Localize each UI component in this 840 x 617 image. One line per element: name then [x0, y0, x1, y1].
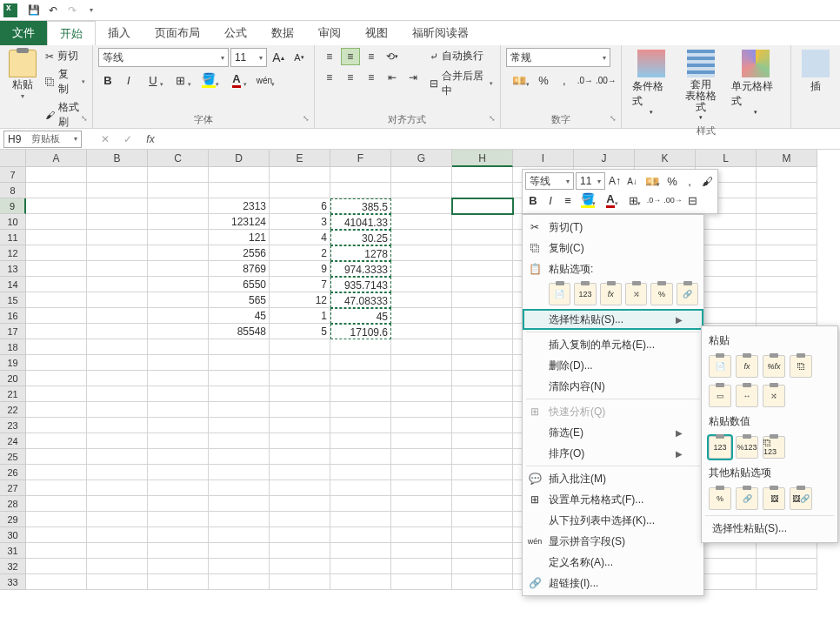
cell-B27[interactable]: [87, 480, 148, 496]
cell-M14[interactable]: [757, 277, 817, 292]
cell-A23[interactable]: [26, 418, 87, 433]
cell-H21[interactable]: [452, 386, 513, 402]
align-middle-button[interactable]: ≡: [341, 48, 360, 65]
cell-A8[interactable]: [26, 183, 87, 198]
cell-C28[interactable]: [148, 496, 209, 512]
cell-D7[interactable]: [209, 167, 270, 183]
cell-D10[interactable]: 123124: [209, 214, 270, 230]
cell-H18[interactable]: [452, 339, 513, 355]
cell-E24[interactable]: [270, 433, 330, 449]
sub-paste-transpose[interactable]: ⤭: [763, 385, 785, 407]
cell-B12[interactable]: [87, 245, 148, 261]
clipboard-dialog-launcher[interactable]: ⤡: [78, 114, 90, 126]
cell-G32[interactable]: [391, 559, 452, 574]
mini-merge[interactable]: ⊟: [683, 191, 701, 209]
cell-D33[interactable]: [209, 574, 270, 590]
paste-opt-all[interactable]: 📄: [549, 283, 570, 305]
fill-color-button[interactable]: 🪣: [196, 70, 222, 90]
align-right-button[interactable]: ≡: [362, 69, 381, 86]
cell-G7[interactable]: [391, 167, 452, 183]
cell-F14[interactable]: 935.7143: [330, 277, 391, 292]
cell-F31[interactable]: [330, 543, 391, 559]
cell-M7[interactable]: [757, 167, 817, 183]
cell-B14[interactable]: [87, 277, 148, 292]
conditional-format-button[interactable]: 条件格式▾: [627, 48, 677, 123]
cell-D8[interactable]: [209, 183, 270, 198]
column-header-K[interactable]: K: [635, 150, 696, 167]
sub-paste-linked-pic[interactable]: 🖼🔗: [790, 487, 812, 510]
cell-H25[interactable]: [452, 449, 513, 465]
mini-dec-decimal[interactable]: .00→: [664, 191, 682, 209]
cell-C17[interactable]: [148, 324, 209, 339]
cell-H24[interactable]: [452, 433, 513, 449]
cell-E20[interactable]: [270, 371, 330, 386]
cell-H33[interactable]: [452, 574, 513, 590]
sub-paste-no-border[interactable]: ▭: [709, 385, 731, 407]
cell-G9[interactable]: [391, 198, 452, 214]
cell-G11[interactable]: [391, 230, 452, 245]
cell-G29[interactable]: [391, 512, 452, 527]
cell-D12[interactable]: 2556: [209, 245, 270, 261]
cell-A29[interactable]: [26, 512, 87, 527]
font-size-combo[interactable]: 11▾: [230, 48, 267, 67]
cell-A16[interactable]: [26, 308, 87, 324]
mini-fill-color[interactable]: 🪣: [577, 191, 598, 209]
cell-F12[interactable]: 1278: [330, 245, 391, 261]
cell-D18[interactable]: [209, 339, 270, 355]
cell-A26[interactable]: [26, 465, 87, 480]
qat-undo-button[interactable]: [43, 1, 63, 20]
mini-comma[interactable]: ,: [682, 172, 697, 190]
ctx-filter[interactable]: 筛选(E)▶: [523, 422, 703, 443]
row-header-12[interactable]: 12: [0, 245, 26, 261]
select-all-corner[interactable]: [0, 150, 26, 167]
cell-M10[interactable]: [757, 214, 817, 230]
border-button[interactable]: ⊞: [168, 70, 194, 90]
sub-paste-keep-src[interactable]: ⿻: [790, 355, 812, 378]
phonetic-button[interactable]: wén: [251, 70, 277, 90]
italic-button[interactable]: I: [119, 70, 138, 90]
cell-E16[interactable]: 1: [270, 308, 330, 324]
underline-button[interactable]: U: [140, 70, 166, 90]
cell-B22[interactable]: [87, 402, 148, 418]
cell-A15[interactable]: [26, 292, 87, 308]
align-left-button[interactable]: ≡: [320, 69, 339, 86]
cell-G23[interactable]: [391, 418, 452, 433]
cell-B31[interactable]: [87, 543, 148, 559]
row-header-19[interactable]: 19: [0, 355, 26, 371]
cell-G31[interactable]: [391, 543, 452, 559]
cell-C19[interactable]: [148, 355, 209, 371]
decrease-indent-button[interactable]: ⇤: [383, 69, 402, 86]
ctx-paste-special[interactable]: 选择性粘贴(S)...▶: [523, 309, 703, 330]
cell-F16[interactable]: 45: [330, 308, 391, 324]
cell-L11[interactable]: [696, 230, 757, 245]
cell-A12[interactable]: [26, 245, 87, 261]
cell-G26[interactable]: [391, 465, 452, 480]
cell-B11[interactable]: [87, 230, 148, 245]
column-header-D[interactable]: D: [209, 150, 270, 167]
align-top-button[interactable]: ≡: [320, 48, 339, 65]
cell-M9[interactable]: [757, 198, 817, 214]
cell-M33[interactable]: [757, 574, 817, 590]
column-header-M[interactable]: M: [757, 150, 817, 167]
mini-inc-decimal[interactable]: .0→: [645, 191, 663, 209]
sub-paste-formatting[interactable]: %: [709, 487, 731, 510]
cell-D23[interactable]: [209, 418, 270, 433]
cell-E32[interactable]: [270, 559, 330, 574]
cell-H29[interactable]: [452, 512, 513, 527]
cell-A24[interactable]: [26, 433, 87, 449]
cell-A14[interactable]: [26, 277, 87, 292]
cell-H13[interactable]: [452, 261, 513, 277]
row-header-32[interactable]: 32: [0, 559, 26, 574]
cell-F27[interactable]: [330, 480, 391, 496]
ctx-copy[interactable]: 复制(C): [523, 238, 703, 258]
cell-D24[interactable]: [209, 433, 270, 449]
cell-D26[interactable]: [209, 465, 270, 480]
column-header-G[interactable]: G: [391, 150, 452, 167]
cell-E11[interactable]: 4: [270, 230, 330, 245]
cell-E19[interactable]: [270, 355, 330, 371]
orientation-button[interactable]: ⟲▾: [383, 48, 402, 65]
cell-B16[interactable]: [87, 308, 148, 324]
tab-formulas[interactable]: 公式: [212, 21, 259, 45]
column-header-I[interactable]: I: [513, 150, 574, 167]
tab-data[interactable]: 数据: [259, 21, 306, 45]
